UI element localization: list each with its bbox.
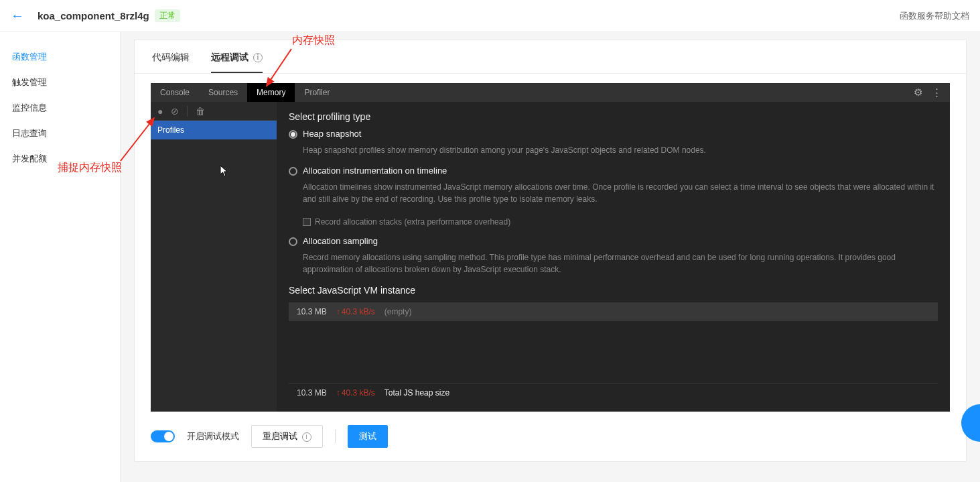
devtools-right-pane: Select profiling type Heap snapshot Heap… bbox=[277, 102, 950, 412]
vm-name: (empty) bbox=[384, 307, 412, 316]
vm-instance-list: 10.3 MB 40.3 kB/s (empty) bbox=[289, 302, 938, 321]
radio-allocation-timeline[interactable] bbox=[289, 167, 297, 176]
sidebar-item-function-mgmt[interactable]: 函数管理 bbox=[0, 44, 120, 70]
vm-footer-size: 10.3 MB bbox=[297, 388, 327, 398]
tab-remote-debug-label: 远程调试 bbox=[211, 52, 249, 62]
option-allocation-timeline-desc: Allocation timelines show instrumented J… bbox=[303, 181, 938, 205]
main-content: 代码编辑 远程调试 i Console Sources Memory Profi… bbox=[121, 32, 980, 482]
cursor-icon bbox=[220, 165, 229, 179]
record-icon[interactable]: ● bbox=[157, 106, 163, 117]
vm-footer-rate: 40.3 kB/s bbox=[336, 388, 375, 398]
vm-footer-label: Total JS heap size bbox=[384, 388, 449, 398]
devtools-tab-sources[interactable]: Sources bbox=[199, 83, 247, 102]
debug-mode-toggle[interactable] bbox=[151, 430, 175, 442]
option-allocation-timeline-label: Allocation instrumentation on timeline bbox=[303, 166, 447, 176]
vm-footer: 10.3 MB 40.3 kB/s Total JS heap size bbox=[289, 383, 938, 402]
content-card: 代码编辑 远程调试 i Console Sources Memory Profi… bbox=[134, 39, 967, 462]
option-heap-snapshot[interactable]: Heap snapshot bbox=[289, 129, 938, 139]
devtools-tab-profiler[interactable]: Profiler bbox=[295, 83, 339, 102]
restart-debug-button[interactable]: 重启调试 i bbox=[251, 425, 323, 448]
devtools-right-icons: ⚙ ⋮ bbox=[914, 86, 950, 99]
vm-rate: 40.3 kB/s bbox=[336, 307, 375, 316]
restart-debug-label: 重启调试 bbox=[263, 431, 297, 441]
vm-instance-row[interactable]: 10.3 MB 40.3 kB/s (empty) bbox=[289, 302, 938, 321]
radio-allocation-sampling[interactable] bbox=[289, 237, 297, 246]
option-heap-label: Heap snapshot bbox=[303, 129, 361, 139]
top-header: ← koa_component_8rzl4g 正常 函数服务帮助文档 bbox=[0, 0, 980, 32]
select-profiling-type-title: Select profiling type bbox=[289, 111, 938, 122]
button-divider bbox=[335, 430, 336, 443]
clear-icon[interactable]: ⊘ bbox=[171, 106, 179, 117]
info-icon: i bbox=[302, 432, 311, 442]
profiles-toolbar: ● ⊘ 🗑 bbox=[151, 102, 277, 121]
debug-mode-label: 开启调试模式 bbox=[187, 430, 239, 442]
trash-icon[interactable]: 🗑 bbox=[196, 106, 205, 117]
option-allocation-sampling[interactable]: Allocation sampling bbox=[289, 236, 938, 246]
toolbar-divider bbox=[187, 106, 188, 117]
option-heap-desc: Heap snapshot profiles show memory distr… bbox=[303, 144, 938, 156]
more-icon[interactable]: ⋮ bbox=[932, 86, 942, 99]
back-arrow-icon[interactable]: ← bbox=[11, 8, 24, 23]
tab-code-edit[interactable]: 代码编辑 bbox=[152, 52, 190, 73]
help-link[interactable]: 函数服务帮助文档 bbox=[900, 10, 969, 22]
radio-heap[interactable] bbox=[289, 130, 297, 139]
bottom-controls: 开启调试模式 重启调试 i 测试 bbox=[135, 412, 966, 448]
sidebar-item-logs[interactable]: 日志查询 bbox=[0, 121, 120, 146]
option-allocation-timeline[interactable]: Allocation instrumentation on timeline bbox=[289, 166, 938, 176]
profiles-header[interactable]: Profiles bbox=[151, 121, 277, 139]
devtools-panel: Console Sources Memory Profiler ⚙ ⋮ ● ⊘ … bbox=[151, 83, 950, 412]
vm-size: 10.3 MB bbox=[297, 307, 327, 316]
test-button[interactable]: 测试 bbox=[348, 425, 388, 448]
sidebar-item-monitoring[interactable]: 监控信息 bbox=[0, 95, 120, 121]
sidebar-item-concurrency[interactable]: 并发配额 bbox=[0, 146, 120, 172]
devtools-tabs: Console Sources Memory Profiler ⚙ ⋮ bbox=[151, 83, 950, 102]
checkbox-allocation-stacks[interactable] bbox=[303, 218, 311, 226]
sidebar: 函数管理 触发管理 监控信息 日志查询 并发配额 bbox=[0, 32, 121, 482]
select-vm-title: Select JavaScript VM instance bbox=[289, 285, 938, 296]
status-badge: 正常 bbox=[155, 9, 180, 22]
devtools-tab-memory[interactable]: Memory bbox=[247, 83, 295, 102]
gear-icon[interactable]: ⚙ bbox=[914, 86, 922, 99]
option-allocation-sampling-desc: Record memory allocations using sampling… bbox=[303, 251, 938, 276]
tab-remote-debug[interactable]: 远程调试 i bbox=[211, 52, 263, 73]
option-allocation-sampling-label: Allocation sampling bbox=[303, 236, 378, 246]
page-title: koa_component_8rzl4g bbox=[38, 10, 149, 21]
sidebar-item-trigger-mgmt[interactable]: 触发管理 bbox=[0, 70, 120, 95]
devtools-body: ● ⊘ 🗑 Profiles Select profiling type Hea… bbox=[151, 102, 950, 412]
info-icon[interactable]: i bbox=[253, 53, 263, 62]
record-allocation-stacks-row[interactable]: Record allocation stacks (extra performa… bbox=[303, 217, 938, 227]
checkbox-allocation-stacks-label: Record allocation stacks (extra performa… bbox=[315, 217, 510, 227]
devtools-left-pane: ● ⊘ 🗑 Profiles bbox=[151, 102, 277, 412]
outer-tabs: 代码编辑 远程调试 i bbox=[135, 40, 966, 74]
devtools-tab-console[interactable]: Console bbox=[151, 83, 199, 102]
